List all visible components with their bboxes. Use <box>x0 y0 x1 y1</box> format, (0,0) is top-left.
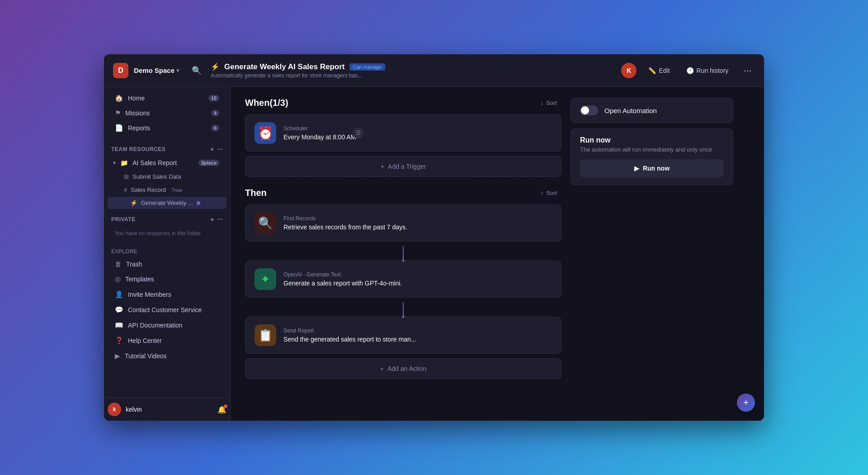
find-records-icon: 🔍 <box>255 212 276 234</box>
sidebar-item-help[interactable]: ❓ Help Center <box>108 333 226 348</box>
sort-icon: ↕ <box>541 100 544 106</box>
sidebar-generate-weekly[interactable]: ⚡ Generate Weekly ... <box>108 197 226 209</box>
sidebar-item-reports[interactable]: 📄 Reports 6 <box>108 121 226 135</box>
private-empty-message: You have no resources in this folder <box>104 226 230 243</box>
openai-emoji: ✦ <box>260 272 270 286</box>
sidebar-reports-badge: 6 <box>211 125 219 131</box>
trash-label: Trash <box>126 261 219 268</box>
toggle-knob <box>581 106 589 114</box>
sidebar-folder-ai-sales[interactable]: ▾ 📁 AI Sales Report 3piece <box>108 156 226 170</box>
add-team-resource-icon[interactable]: + <box>210 146 214 153</box>
space-name-button[interactable]: Demo Space <box>134 66 179 74</box>
sidebar-item-api-docs[interactable]: 📖 API Documentation <box>108 318 226 332</box>
search-icon[interactable]: 🔍 <box>192 66 202 76</box>
scheduler-info: Scheduler Every Monday at 8:00 AM <box>283 125 356 141</box>
private-actions: + ··· <box>210 216 223 223</box>
openai-title: OpenAI - Generate Text <box>283 271 402 278</box>
templates-icon: ◎ <box>115 275 121 283</box>
folder-badge: 3piece <box>198 160 219 166</box>
add-action-plus-icon: + <box>380 365 384 372</box>
sidebar-submit-sales-data[interactable]: ⊞ Submit Sales Data <box>108 171 226 183</box>
find-records-info: Find Records Retrieve sales records from… <box>283 215 407 231</box>
edit-label: Edit <box>659 67 670 74</box>
home-icon: 🏠 <box>115 94 123 102</box>
send-report-info: Send Report Send the generated sales rep… <box>283 328 416 343</box>
then-sort-icon: ↕ <box>541 190 544 196</box>
arrow-connector-2 <box>245 302 561 316</box>
add-trigger-plus-icon: + <box>381 163 384 170</box>
scheduler-emoji: ⏰ <box>258 126 274 141</box>
page-subtitle: Automatically generate a sales report fo… <box>211 72 612 79</box>
sidebar-item-missions[interactable]: ⚑ Missions 4 <box>108 106 226 120</box>
hash-icon: # <box>124 186 127 193</box>
more-private-icon[interactable]: ··· <box>217 216 223 223</box>
page-title-row: ⚡ Generate Weekly AI Sales Report Can ma… <box>211 62 612 71</box>
run-now-title: Run now <box>580 136 724 144</box>
folder-icon: 📁 <box>120 159 128 166</box>
when-sort-button[interactable]: ↕ Sort <box>536 98 561 108</box>
topbar-left: D Demo Space 🔍 <box>113 63 202 78</box>
openai-card[interactable]: ✦ OpenAI - Generate Text Generate a sale… <box>245 261 561 298</box>
api-label: API Documentation <box>128 322 219 329</box>
automation-icon: ⚡ <box>130 200 137 206</box>
send-report-title: Send Report <box>283 328 416 334</box>
add-action-label: Add an Action <box>387 365 426 372</box>
send-report-card[interactable]: 📋 Send Report Send the generated sales r… <box>245 317 561 354</box>
edit-button[interactable]: ✏️ Edit <box>644 64 674 77</box>
add-action-button[interactable]: + Add an Action <box>245 358 561 379</box>
scheduler-card[interactable]: ⏰ Scheduler Every Monday at 8:00 AM <box>245 114 561 152</box>
sidebar-item-trash[interactable]: 🗑 Trash <box>108 257 226 271</box>
help-icon: ❓ <box>115 337 123 345</box>
sidebar-item-invite-members[interactable]: 👤 Invite Members <box>108 287 226 302</box>
find-records-desc: Retrieve sales records from the past 7 d… <box>283 223 407 231</box>
sidebar-item-contact[interactable]: 💬 Contact Customer Service <box>108 303 226 317</box>
open-automation-toggle[interactable] <box>580 105 598 115</box>
sidebar-item-tutorials[interactable]: ▶ Tutorial Videos <box>108 349 226 363</box>
sidebar-collapse-button[interactable]: ☰ <box>353 128 363 138</box>
run-now-button[interactable]: ▶ Run now <box>580 159 724 177</box>
team-resources-header: Team Resources + ··· <box>104 143 230 156</box>
notification-bell-icon[interactable]: 🔔 <box>217 405 226 414</box>
openai-icon: ✦ <box>255 268 276 290</box>
notification-dot <box>224 404 227 408</box>
run-now-btn-label: Run now <box>643 165 670 172</box>
scheduler-icon: ⏰ <box>255 122 276 144</box>
reports-icon: 📄 <box>115 124 123 132</box>
then-section-header: Then ↕ Sort <box>245 188 561 198</box>
contact-icon: 💬 <box>115 306 123 314</box>
sales-record-row-badge: 7row <box>171 187 182 193</box>
sidebar-item-home[interactable]: 🏠 Home 10 <box>108 91 226 105</box>
content-wrapper: ☰ When(1/3) ↕ Sort ⏰ <box>231 87 764 421</box>
sidebar-item-templates[interactable]: ◎ Templates <box>108 272 226 286</box>
find-records-card[interactable]: 🔍 Find Records Retrieve sales records fr… <box>245 204 561 242</box>
help-label: Help Center <box>128 337 219 344</box>
topbar: D Demo Space 🔍 ⚡ Generate Weekly AI Sale… <box>104 54 764 87</box>
add-trigger-button[interactable]: + Add a Trigger <box>245 156 561 177</box>
sidebar: 🏠 Home 10 ⚑ Missions 4 📄 Reports 6 Team … <box>104 87 231 421</box>
team-resources-actions: + ··· <box>210 146 223 153</box>
send-report-icon: 📋 <box>255 324 276 346</box>
add-trigger-label: Add a Trigger <box>388 163 426 170</box>
private-header: Private + ··· <box>104 213 230 226</box>
then-sort-button[interactable]: ↕ Sort <box>536 188 561 198</box>
floating-plus-button[interactable]: + <box>737 394 755 412</box>
arrow-down-1 <box>403 246 404 260</box>
run-history-label: Run history <box>697 67 729 74</box>
scheduler-desc: Every Monday at 8:00 AM <box>283 133 356 141</box>
invite-icon: 👤 <box>115 290 123 299</box>
send-report-emoji: 📋 <box>258 328 273 342</box>
history-icon: 🕐 <box>686 67 694 74</box>
then-section: Then ↕ Sort 🔍 Find R <box>245 188 561 379</box>
open-automation-row: Open Automation <box>571 98 733 123</box>
run-history-button[interactable]: 🕐 Run history <box>682 64 733 77</box>
find-records-emoji: 🔍 <box>258 216 273 230</box>
more-team-resource-icon[interactable]: ··· <box>217 146 223 153</box>
sidebar-sales-record[interactable]: # Sales Record 7row <box>108 184 226 196</box>
tutorials-label: Tutorial Videos <box>125 352 219 360</box>
run-now-section: Run now The automation will run immediat… <box>571 129 733 177</box>
submit-sales-label: Submit Sales Data <box>132 173 181 180</box>
add-private-icon[interactable]: + <box>210 216 214 223</box>
templates-label: Templates <box>125 276 219 283</box>
more-options-button[interactable]: ··· <box>740 63 755 77</box>
invite-label: Invite Members <box>128 291 219 298</box>
